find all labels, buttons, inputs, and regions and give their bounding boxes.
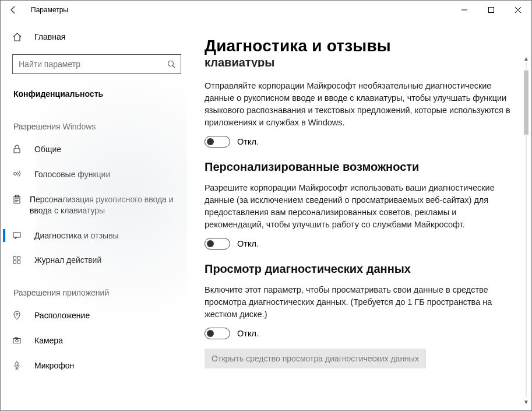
scrollbar-thumb[interactable]: [524, 71, 529, 135]
svg-point-4: [168, 61, 174, 66]
vertical-scrollbar[interactable]: ▲ ▼: [522, 54, 530, 406]
svg-rect-22: [16, 362, 18, 366]
svg-point-20: [16, 339, 19, 342]
svg-rect-16: [13, 261, 16, 264]
toggle-state-label: Откл.: [237, 329, 259, 338]
svg-point-7: [14, 172, 17, 175]
truncated-section-heading: клавиатуры: [205, 57, 510, 67]
section-diagnostic-viewer: Просмотр диагностических данных Включите…: [205, 262, 510, 368]
lock-icon: [12, 144, 26, 154]
speech-icon: [12, 169, 26, 179]
page-title: Диагностика и отзывы: [205, 19, 510, 58]
toggle-state-label: Откл.: [237, 137, 259, 146]
open-diagnostic-viewer-button: Открыть средство просмотра диагностическ…: [205, 349, 426, 368]
svg-rect-15: [17, 257, 20, 259]
section-description: Разрешите корпорации Майкрософт использо…: [205, 182, 510, 231]
window-controls: [451, 1, 531, 19]
group-header-windows: Разрешения Windows: [3, 107, 184, 137]
section-inking-typing: Отправляйте корпорации Майкрософт необяз…: [205, 80, 510, 147]
section-heading: Просмотр диагностических данных: [205, 262, 510, 276]
search-icon: [167, 60, 176, 69]
nav-label: Камера: [34, 335, 63, 346]
feedback-icon: [12, 230, 26, 240]
svg-rect-21: [15, 338, 17, 339]
minimize-button[interactable]: [451, 1, 478, 19]
section-description: Отправляйте корпорации Майкрософт необяз…: [205, 80, 510, 129]
svg-line-5: [173, 65, 175, 68]
home-icon: [12, 32, 26, 42]
svg-rect-14: [13, 257, 16, 259]
scroll-down-icon[interactable]: ▼: [522, 398, 530, 406]
maximize-button[interactable]: [478, 1, 505, 19]
toggle-diagnostic-viewer[interactable]: [205, 328, 230, 339]
search-input[interactable]: [19, 59, 167, 69]
content-pane: Диагностика и отзывы клавиатуры Отправля…: [188, 19, 531, 410]
microphone-icon: [12, 360, 26, 370]
svg-rect-17: [17, 261, 20, 264]
nav-label: Журнал действий: [34, 255, 101, 266]
nav-diagnostics[interactable]: Диагностика и отзывы: [3, 223, 184, 248]
nav-microphone[interactable]: Микрофон: [3, 353, 184, 378]
svg-rect-13: [13, 233, 20, 237]
nav-label: Расположение: [34, 310, 90, 321]
location-icon: [12, 310, 26, 320]
search-box[interactable]: [12, 54, 181, 74]
group-header-apps: Разрешения приложений: [3, 273, 184, 303]
nav-location[interactable]: Расположение: [3, 303, 184, 328]
svg-rect-1: [489, 8, 494, 13]
titlebar: Параметры: [1, 1, 531, 19]
scroll-up-icon[interactable]: ▲: [522, 54, 530, 62]
section-heading: Персонализированные возможности: [205, 160, 510, 174]
nav-label: Микрофон: [34, 360, 74, 371]
svg-point-18: [16, 314, 17, 315]
toggle-state-label: Откл.: [237, 239, 259, 248]
sidebar: Главная Конфиденциальность Разрешения Wi…: [1, 19, 188, 410]
nav-label: Персонализация рукописного ввода и ввода…: [30, 194, 177, 216]
camera-icon: [12, 335, 26, 345]
svg-rect-6: [14, 149, 20, 153]
clipboard-icon: [12, 194, 22, 204]
window-title: Параметры: [31, 6, 68, 14]
nav-label: Диагностика и отзывы: [34, 230, 119, 241]
nav-general[interactable]: Общие: [3, 137, 184, 162]
nav-label: Общие: [34, 144, 61, 155]
back-button[interactable]: [9, 5, 23, 15]
activity-icon: [12, 255, 26, 265]
nav-activity[interactable]: Журнал действий: [3, 248, 184, 273]
nav-label: Голосовые функции: [34, 169, 110, 180]
toggle-tailored-experiences[interactable]: [205, 238, 230, 250]
home-nav[interactable]: Главная: [3, 25, 184, 48]
category-heading: Конфиденциальность: [3, 82, 184, 107]
section-description: Включите этот параметр, чтобы просматрив…: [205, 284, 510, 321]
close-button[interactable]: [505, 1, 531, 19]
section-tailored-experiences: Персонализированные возможности Разрешит…: [205, 160, 510, 250]
nav-inking[interactable]: Персонализация рукописного ввода и ввода…: [3, 187, 184, 223]
home-label: Главная: [34, 32, 65, 41]
toggle-inking-typing[interactable]: [205, 136, 230, 147]
nav-camera[interactable]: Камера: [3, 328, 184, 353]
nav-speech[interactable]: Голосовые функции: [3, 162, 184, 187]
